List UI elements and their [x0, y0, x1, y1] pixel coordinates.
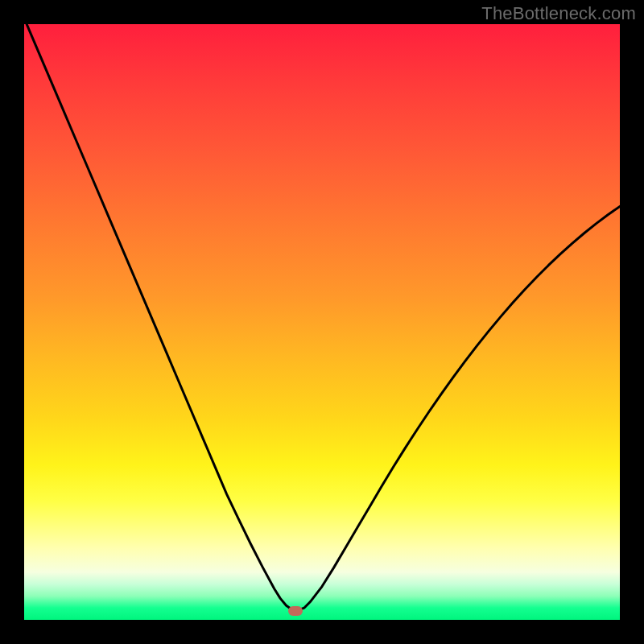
watermark-text: TheBottleneck.com [481, 3, 636, 24]
plot-area [24, 24, 620, 620]
curve-svg [24, 24, 620, 620]
bottleneck-curve [24, 24, 620, 611]
optimum-marker [288, 606, 303, 616]
chart-frame: TheBottleneck.com [0, 0, 644, 644]
